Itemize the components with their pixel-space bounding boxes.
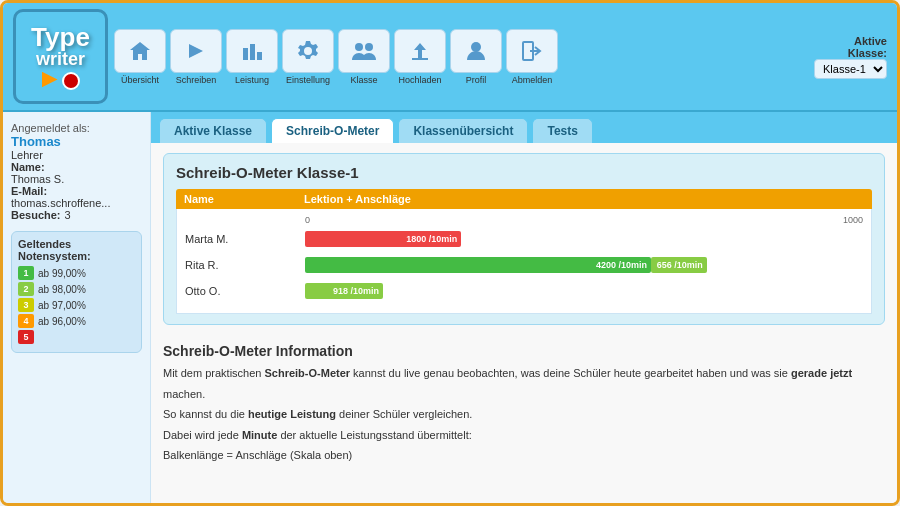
svg-rect-1 <box>243 48 248 60</box>
grade-rows: 1ab 99,00%2ab 98,00%3ab 97,00%4ab 96,00%… <box>18 266 135 344</box>
grading-box: GeltendesNotensystem: 1ab 99,00%2ab 98,0… <box>11 231 142 353</box>
som-title: Schreib-O-Meter Klasse-1 <box>176 164 872 181</box>
info-text4: Dabei wird jede Minute der aktuelle Leis… <box>163 427 885 444</box>
grade-row-3: 3ab 97,00% <box>18 298 135 312</box>
chart-bar-area-1: 4200 /10min656 /10min <box>305 256 863 274</box>
nav-item-uebersicht[interactable]: Übersicht <box>114 29 166 85</box>
chart-row-0: Marta M.1800 /10min <box>185 229 863 249</box>
besuche-label: Besuche: <box>11 209 61 221</box>
username[interactable]: Thomas <box>11 134 142 149</box>
grade-box-5: 5 <box>18 330 34 344</box>
som-panel: Schreib-O-Meter Klasse-1 Name Lektion + … <box>163 153 885 325</box>
grade-box-2: 2 <box>18 282 34 296</box>
chart-bar1-0: 1800 /10min <box>305 231 461 247</box>
email-label: E-Mail: <box>11 185 142 197</box>
chart-student-name-1: Rita R. <box>185 259 305 271</box>
svg-point-7 <box>471 42 481 52</box>
chart-rows: Marta M.1800 /10minRita R.4200 /10min656… <box>185 229 863 301</box>
main-layout: Angemeldet als: Thomas Lehrer Name: Thom… <box>3 112 897 506</box>
name-label: Name: <box>11 161 142 173</box>
nav-item-abmelden[interactable]: Abmelden <box>506 29 558 85</box>
nav-btn-profil[interactable] <box>450 29 502 73</box>
tab-klassenuebersicht[interactable]: Klassenübersicht <box>398 118 528 143</box>
besuche-value: 3 <box>65 209 71 221</box>
nav-label-schreiben: Schreiben <box>176 75 217 85</box>
th-lektion: Lektion + Anschläge <box>304 193 864 205</box>
chart-student-name-0: Marta M. <box>185 233 305 245</box>
nav-item-leistung[interactable]: Leistung <box>226 29 278 85</box>
logo-writer: writer <box>36 50 85 68</box>
nav-item-klasse[interactable]: Klasse <box>338 29 390 85</box>
nav-icons: ÜbersichtSchreibenLeistungEinstellungKla… <box>114 29 798 85</box>
nav-label-abmelden: Abmelden <box>512 75 553 85</box>
info-text3: So kannst du die heutige Leistung deiner… <box>163 406 885 423</box>
header: Type writer ÜbersichtSchreibenLeistungEi… <box>3 3 897 112</box>
aktive-klasse-section: AktiveKlasse: Klasse-1 Klasse-2 <box>814 35 887 79</box>
grade-text-4: ab 96,00% <box>38 316 86 327</box>
nav-label-leistung: Leistung <box>235 75 269 85</box>
angemeldet-section: Angemeldet als: Thomas Lehrer Name: Thom… <box>11 122 142 221</box>
chart-bar1-2: 918 /10min <box>305 283 383 299</box>
info-section: Schreib-O-Meter Information Mit dem prak… <box>163 337 885 474</box>
nav-btn-leistung[interactable] <box>226 29 278 73</box>
tab-aktive-klasse[interactable]: Aktive Klasse <box>159 118 267 143</box>
nav-btn-klasse[interactable] <box>338 29 390 73</box>
tabs-bar: Aktive KlasseSchreib-O-MeterKlassenübers… <box>151 112 897 143</box>
nav-btn-uebersicht[interactable] <box>114 29 166 73</box>
nav-item-hochladen[interactable]: Hochladen <box>394 29 446 85</box>
tab-schreib-o-meter[interactable]: Schreib-O-Meter <box>271 118 394 143</box>
som-chart: 0 1000 Marta M.1800 /10minRita R.4200 /1… <box>176 209 872 314</box>
grade-row-2: 2ab 98,00% <box>18 282 135 296</box>
nav-label-hochladen: Hochladen <box>398 75 441 85</box>
svg-rect-3 <box>257 52 262 60</box>
content-area: Aktive KlasseSchreib-O-MeterKlassenübers… <box>151 112 897 506</box>
th-name: Name <box>184 193 304 205</box>
chart-bar2-1: 656 /10min <box>651 257 707 273</box>
grade-text-2: ab 98,00% <box>38 284 86 295</box>
som-table-header: Name Lektion + Anschläge <box>176 189 872 209</box>
chart-bar-area-0: 1800 /10min <box>305 230 863 248</box>
grade-row-5: 5 <box>18 330 135 344</box>
chart-bar-area-2: 918 /10min <box>305 282 863 300</box>
svg-rect-2 <box>250 44 255 60</box>
nav-item-profil[interactable]: Profil <box>450 29 502 85</box>
grade-row-1: 1ab 99,00% <box>18 266 135 280</box>
info-text5: Balkenlänge = Anschläge (Skala oben) <box>163 447 885 464</box>
grade-box-4: 4 <box>18 314 34 328</box>
play-icon <box>42 72 58 88</box>
content-inner: Schreib-O-Meter Klasse-1 Name Lektion + … <box>151 143 897 484</box>
nav-item-einstellung[interactable]: Einstellung <box>282 29 334 85</box>
email-value: thomas.schroffene... <box>11 197 142 209</box>
grading-title: GeltendesNotensystem: <box>18 238 135 262</box>
flag-icon <box>62 72 80 90</box>
grade-text-3: ab 97,00% <box>38 300 86 311</box>
svg-point-4 <box>355 43 363 51</box>
nav-label-einstellung: Einstellung <box>286 75 330 85</box>
klasse-select[interactable]: Klasse-1 Klasse-2 <box>814 59 887 79</box>
nav-btn-abmelden[interactable] <box>506 29 558 73</box>
angemeldet-label: Angemeldet als: <box>11 122 142 134</box>
info-title: Schreib-O-Meter Information <box>163 343 885 359</box>
nav-btn-einstellung[interactable] <box>282 29 334 73</box>
nav-label-profil: Profil <box>466 75 487 85</box>
nav-label-klasse: Klasse <box>350 75 377 85</box>
name-value: Thomas S. <box>11 173 142 185</box>
chart-row-2: Otto O.918 /10min <box>185 281 863 301</box>
nav-item-schreiben[interactable]: Schreiben <box>170 29 222 85</box>
grade-box-3: 3 <box>18 298 34 312</box>
info-text1: Mit dem praktischen Schreib-O-Meter kann… <box>163 365 885 382</box>
info-text2: machen. <box>163 386 885 403</box>
tab-tests[interactable]: Tests <box>532 118 592 143</box>
nav-label-uebersicht: Übersicht <box>121 75 159 85</box>
svg-point-5 <box>365 43 373 51</box>
nav-btn-schreiben[interactable] <box>170 29 222 73</box>
logo-type: Type <box>31 24 90 50</box>
svg-marker-0 <box>189 44 203 58</box>
sidebar: Angemeldet als: Thomas Lehrer Name: Thom… <box>3 112 151 506</box>
nav-btn-hochladen[interactable] <box>394 29 446 73</box>
grade-box-1: 1 <box>18 266 34 280</box>
grade-text-1: ab 99,00% <box>38 268 86 279</box>
chart-bar1-1: 4200 /10min <box>305 257 651 273</box>
scale-min: 0 <box>305 215 310 225</box>
scale-max: 1000 <box>843 215 863 225</box>
